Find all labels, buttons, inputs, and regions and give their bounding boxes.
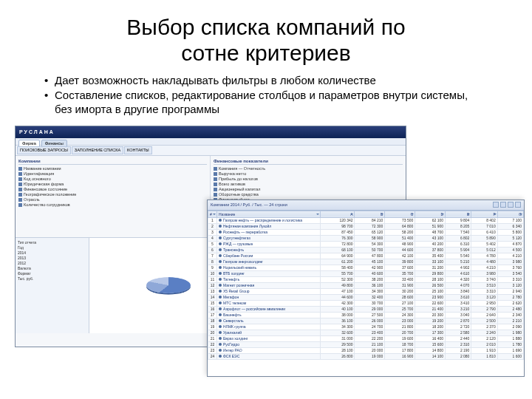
data-cell: 17	[208, 312, 217, 318]
sidebar-line: Год	[18, 245, 86, 250]
column-header[interactable]: C	[385, 211, 415, 217]
data-cell: 50 700	[355, 247, 385, 253]
criteria-item[interactable]: Компания — Отчетность	[214, 166, 403, 171]
table-row[interactable]: 9Норильский никель58 40042 90037 60031 2…	[208, 265, 524, 270]
column-header[interactable]: D	[415, 211, 446, 217]
row-icon	[219, 355, 222, 358]
table-row[interactable]: 24ФСК ЕЭС26 80019 00016 90014 1002 0801 …	[208, 353, 524, 359]
data-cell: 15	[208, 300, 217, 306]
grid-tool-3[interactable]	[508, 202, 514, 208]
grid-tool-1[interactable]	[493, 202, 499, 208]
data-cell: 2 370	[471, 324, 497, 330]
table-row[interactable]: 22РусГидро29 50021 10018 70015 6002 3102…	[208, 341, 524, 347]
company-name-cell: ФСК ЕЭС	[217, 353, 321, 359]
table-row[interactable]: 13X5 Retail Group47 10034 30030 20025 10…	[208, 288, 524, 294]
data-cell: 2 950	[471, 300, 497, 306]
data-cell: 2 440	[446, 335, 471, 341]
data-cell: 21 800	[385, 324, 415, 330]
criteria-item[interactable]: Акционерный капитал	[214, 187, 403, 192]
data-cell: 40 200	[415, 241, 446, 247]
data-cell: 3 210	[446, 306, 471, 312]
data-cell: 2 720	[446, 324, 471, 330]
company-name-cell: X5 Retail Group	[217, 288, 321, 294]
criteria-item[interactable]: Количество сотрудников	[18, 202, 207, 208]
grid-tool-2[interactable]	[500, 202, 506, 208]
company-name-cell: Уралкалий	[217, 330, 321, 335]
item-icon	[18, 188, 22, 191]
criteria-item[interactable]: Оборотные средства	[214, 192, 403, 197]
column-header[interactable]: F	[471, 211, 497, 217]
criteria-item[interactable]: Отрасль	[18, 197, 207, 202]
data-cell: 34 300	[355, 288, 385, 294]
company-name-cell: Газпром нефть — распределение и логистик…	[217, 217, 321, 223]
table-row[interactable]: 11Татнефть52 30038 20033 40028 1004 3203…	[208, 276, 524, 282]
app-titlebar: РУСЛАНА	[16, 126, 406, 138]
criteria-item[interactable]: Код основного	[18, 177, 207, 182]
table-row[interactable]: 20Уралкалий32 60023 40020 70017 3002 580…	[208, 330, 524, 335]
criteria-item[interactable]: Юридическая форма	[18, 182, 207, 187]
data-cell: 87 450	[321, 229, 355, 235]
criteria-item[interactable]: Географическое положение	[18, 192, 207, 197]
data-cell: 1 980	[497, 330, 523, 335]
row-icon	[219, 254, 222, 257]
table-row[interactable]: 2Нефтяная компания Лукойл98 70072 30064 …	[208, 223, 524, 229]
data-cell: 2 310	[446, 341, 471, 347]
company-name-cell: МТС телеком	[217, 300, 321, 306]
right-panel-title: Финансовые показатели	[214, 159, 403, 165]
column-header[interactable]: B	[355, 211, 385, 217]
data-cell: 33 100	[415, 259, 446, 265]
criteria-item[interactable]: Всего активов	[214, 182, 403, 187]
data-cell: 13	[208, 288, 217, 294]
criteria-item[interactable]: Финансовое состояние	[18, 187, 207, 192]
subtab-3[interactable]: КОНТАКТЫ	[124, 146, 152, 154]
criteria-item[interactable]: Идентификация	[18, 171, 207, 177]
table-row[interactable]: 5РЖД — грузовые72 80054 30048 90040 2006…	[208, 241, 524, 247]
data-cell: 3 510	[471, 282, 497, 288]
grid-tool-4[interactable]	[515, 202, 521, 208]
table-row[interactable]: 12Магнит розничная49 80036 10031 90026 5…	[208, 282, 524, 288]
app-logo: РУСЛАНА	[19, 129, 55, 134]
data-cell: 1 910	[471, 347, 497, 353]
pie-sidebar: Тип отчетаГод201420132012ВалютаФорматТыс…	[16, 238, 89, 333]
table-row[interactable]: 21Евраз холдинг31 00022 20019 60016 4002…	[208, 335, 524, 341]
criteria-item[interactable]: Прибыль до налогов	[214, 177, 403, 182]
app-window-grid: Компании 2014 / Руб. / Тыс. — 24 строки …	[207, 200, 525, 377]
table-row[interactable]: 6Транснефть68 10050 70044 60037 8005 904…	[208, 247, 524, 253]
column-header[interactable]: A	[321, 211, 355, 217]
column-header[interactable]: Название	[217, 211, 321, 217]
table-row[interactable]: 8Газпром энергохолдинг61 20045 10039 800…	[208, 259, 524, 265]
table-row[interactable]: 15МТС телеком42 30030 70027 10022 6003 4…	[208, 300, 524, 306]
company-name-cell: Интер РАО	[217, 347, 321, 353]
column-header[interactable]: #	[208, 211, 217, 217]
column-header[interactable]: E	[446, 211, 471, 217]
table-row[interactable]: 18Северсталь36 10026 00023 00019 2002 87…	[208, 318, 524, 324]
table-row[interactable]: 4Сургутнефтегаз76 30058 90051 40043 1006…	[208, 235, 524, 241]
table-row[interactable]: 23Интер РАО28 10020 00017 80014 8002 190…	[208, 347, 524, 353]
row-icon	[219, 307, 222, 310]
table-row[interactable]: 1Газпром нефть — распределение и логисти…	[208, 217, 524, 223]
data-cell: 3 980	[497, 259, 523, 265]
data-cell: 16 900	[385, 353, 415, 359]
data-grid[interactable]: #НазваниеABCDEFG 1Газпром нефть — распре…	[208, 211, 524, 360]
data-cell: 6 310	[446, 241, 471, 247]
data-cell: 23 400	[355, 330, 385, 335]
data-cell: 8 205	[446, 223, 471, 229]
table-row[interactable]: 17Башнефть38 00027 50024 30020 3003 0402…	[208, 312, 524, 318]
criteria-item[interactable]: Выручка нетто	[214, 171, 403, 177]
table-row[interactable]: 19НЛМК группа34 30024 70021 80018 2002 7…	[208, 324, 524, 330]
table-row[interactable]: 7Сбербанк России64 90047 80042 10035 400…	[208, 253, 524, 259]
data-cell: 6 340	[497, 223, 523, 229]
table-row[interactable]: 3Роснефть — переработка87 45065 12058 20…	[208, 229, 524, 235]
data-cell: 23 900	[415, 294, 446, 300]
criteria-item[interactable]: Название компании	[18, 166, 207, 171]
table-row[interactable]: 16Аэрофлот — российские авиалинии40 1002…	[208, 306, 524, 312]
data-cell: 51 900	[415, 223, 446, 229]
table-row[interactable]: 14Мегафон44 60032 40028 60023 9003 6103 …	[208, 294, 524, 300]
company-name-cell: Северсталь	[217, 318, 321, 324]
data-cell: 2 210	[497, 318, 523, 324]
table-row[interactable]: 10ВТБ холдинг55 70040 60035 70029 8004 6…	[208, 270, 524, 276]
column-header[interactable]: G	[497, 211, 523, 217]
grid-toolbar: Компании 2014 / Руб. / Тыс. — 24 строки	[208, 200, 524, 211]
subtab-1[interactable]: ПОИСКОВЫЕ ЗАПРОСЫ	[17, 146, 71, 154]
subtab-2[interactable]: ЗАПОЛНЕНИЕ СПИСКА	[72, 146, 123, 154]
